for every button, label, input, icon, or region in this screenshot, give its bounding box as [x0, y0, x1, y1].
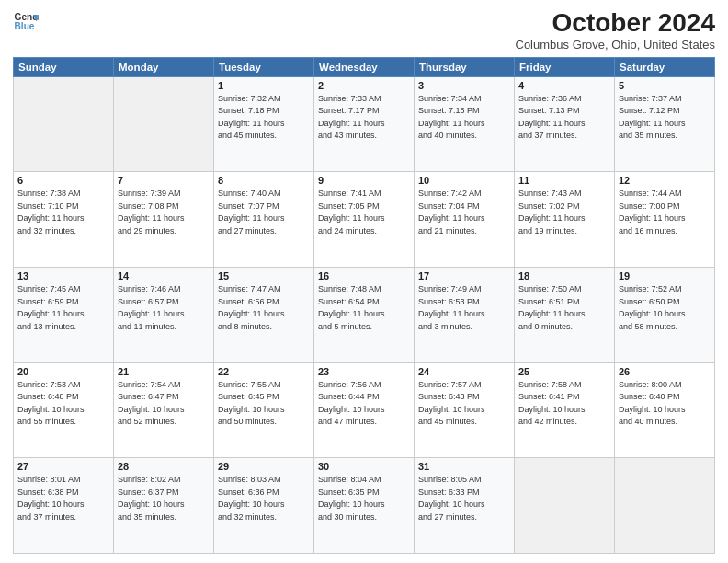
calendar-cell: 25Sunrise: 7:58 AM Sunset: 6:41 PM Dayli…	[515, 362, 615, 458]
calendar-cell: 29Sunrise: 8:03 AM Sunset: 6:36 PM Dayli…	[214, 458, 314, 554]
calendar-week-2: 6Sunrise: 7:38 AM Sunset: 7:10 PM Daylig…	[14, 172, 715, 268]
day-number: 27	[17, 461, 109, 472]
col-sunday: Sunday	[14, 57, 114, 76]
day-info: Sunrise: 8:02 AM Sunset: 6:37 PM Dayligh…	[118, 474, 210, 523]
day-number: 18	[518, 270, 610, 282]
calendar-week-4: 20Sunrise: 7:53 AM Sunset: 6:48 PM Dayli…	[14, 362, 715, 458]
day-info: Sunrise: 7:57 AM Sunset: 6:43 PM Dayligh…	[418, 379, 510, 429]
day-number: 21	[118, 366, 210, 377]
svg-text:Blue: Blue	[15, 21, 35, 31]
day-number: 1	[218, 80, 310, 91]
calendar-cell: 21Sunrise: 7:54 AM Sunset: 6:47 PM Dayli…	[114, 362, 214, 458]
page: General Blue October 2024 Columbus Grove…	[0, 0, 728, 563]
calendar-week-5: 27Sunrise: 8:01 AM Sunset: 6:38 PM Dayli…	[14, 458, 715, 554]
day-number: 15	[218, 270, 310, 282]
day-info: Sunrise: 7:44 AM Sunset: 7:00 PM Dayligh…	[619, 188, 711, 237]
calendar-cell: 10Sunrise: 7:42 AM Sunset: 7:04 PM Dayli…	[415, 172, 515, 268]
calendar-cell: 19Sunrise: 7:52 AM Sunset: 6:50 PM Dayli…	[615, 268, 715, 363]
calendar-cell: 13Sunrise: 7:45 AM Sunset: 6:59 PM Dayli…	[14, 268, 114, 363]
day-number: 13	[17, 270, 109, 282]
day-info: Sunrise: 7:37 AM Sunset: 7:12 PM Dayligh…	[619, 93, 711, 143]
calendar-cell: 17Sunrise: 7:49 AM Sunset: 6:53 PM Dayli…	[415, 268, 515, 363]
day-info: Sunrise: 8:01 AM Sunset: 6:38 PM Dayligh…	[17, 474, 109, 523]
calendar-week-3: 13Sunrise: 7:45 AM Sunset: 6:59 PM Dayli…	[14, 268, 715, 363]
day-info: Sunrise: 7:56 AM Sunset: 6:44 PM Dayligh…	[318, 379, 410, 429]
calendar-cell: 20Sunrise: 7:53 AM Sunset: 6:48 PM Dayli…	[14, 362, 114, 458]
calendar-cell: 11Sunrise: 7:43 AM Sunset: 7:02 PM Dayli…	[515, 172, 615, 268]
day-number: 22	[218, 366, 310, 377]
calendar-cell: 31Sunrise: 8:05 AM Sunset: 6:33 PM Dayli…	[415, 458, 515, 554]
calendar-cell	[114, 76, 214, 172]
calendar-cell: 15Sunrise: 7:47 AM Sunset: 6:56 PM Dayli…	[214, 268, 314, 363]
calendar-cell: 12Sunrise: 7:44 AM Sunset: 7:00 PM Dayli…	[615, 172, 715, 268]
calendar-cell: 18Sunrise: 7:50 AM Sunset: 6:51 PM Dayli…	[515, 268, 615, 363]
calendar-cell: 28Sunrise: 8:02 AM Sunset: 6:37 PM Dayli…	[114, 458, 214, 554]
day-info: Sunrise: 7:58 AM Sunset: 6:41 PM Dayligh…	[518, 379, 610, 429]
day-info: Sunrise: 7:32 AM Sunset: 7:18 PM Dayligh…	[218, 93, 310, 143]
day-number: 2	[318, 80, 410, 91]
logo: General Blue	[13, 9, 39, 35]
title-area: October 2024 Columbus Grove, Ohio, Unite…	[516, 9, 716, 52]
col-wednesday: Wednesday	[314, 57, 415, 76]
subtitle: Columbus Grove, Ohio, United States	[516, 38, 716, 52]
calendar-cell: 8Sunrise: 7:40 AM Sunset: 7:07 PM Daylig…	[214, 172, 314, 268]
day-info: Sunrise: 7:47 AM Sunset: 6:56 PM Dayligh…	[218, 283, 310, 333]
day-info: Sunrise: 8:05 AM Sunset: 6:33 PM Dayligh…	[418, 474, 510, 523]
calendar-cell: 4Sunrise: 7:36 AM Sunset: 7:13 PM Daylig…	[515, 76, 615, 172]
calendar-cell: 27Sunrise: 8:01 AM Sunset: 6:38 PM Dayli…	[14, 458, 114, 554]
col-monday: Monday	[114, 57, 214, 76]
day-number: 26	[619, 366, 711, 377]
day-number: 30	[318, 461, 410, 472]
day-info: Sunrise: 7:50 AM Sunset: 6:51 PM Dayligh…	[518, 283, 610, 333]
calendar-week-1: 1Sunrise: 7:32 AM Sunset: 7:18 PM Daylig…	[14, 76, 715, 172]
calendar-cell: 24Sunrise: 7:57 AM Sunset: 6:43 PM Dayli…	[415, 362, 515, 458]
day-info: Sunrise: 7:53 AM Sunset: 6:48 PM Dayligh…	[17, 379, 109, 429]
day-info: Sunrise: 7:40 AM Sunset: 7:07 PM Dayligh…	[218, 188, 310, 237]
day-info: Sunrise: 7:54 AM Sunset: 6:47 PM Dayligh…	[118, 379, 210, 429]
day-number: 9	[318, 175, 410, 186]
day-number: 31	[418, 461, 510, 472]
calendar-header-row: Sunday Monday Tuesday Wednesday Thursday…	[14, 57, 715, 76]
day-number: 28	[118, 461, 210, 472]
calendar-table: Sunday Monday Tuesday Wednesday Thursday…	[13, 57, 715, 554]
calendar-cell: 6Sunrise: 7:38 AM Sunset: 7:10 PM Daylig…	[14, 172, 114, 268]
day-number: 25	[518, 366, 610, 377]
day-number: 23	[318, 366, 410, 377]
day-number: 4	[518, 80, 610, 91]
day-number: 8	[218, 175, 310, 186]
day-info: Sunrise: 7:36 AM Sunset: 7:13 PM Dayligh…	[518, 93, 610, 143]
day-number: 16	[318, 270, 410, 282]
calendar-cell	[14, 76, 114, 172]
calendar-cell: 1Sunrise: 7:32 AM Sunset: 7:18 PM Daylig…	[214, 76, 314, 172]
calendar-cell: 3Sunrise: 7:34 AM Sunset: 7:15 PM Daylig…	[415, 76, 515, 172]
col-friday: Friday	[515, 57, 615, 76]
day-number: 10	[418, 175, 510, 186]
calendar-cell: 9Sunrise: 7:41 AM Sunset: 7:05 PM Daylig…	[314, 172, 415, 268]
calendar-cell: 7Sunrise: 7:39 AM Sunset: 7:08 PM Daylig…	[114, 172, 214, 268]
col-tuesday: Tuesday	[214, 57, 314, 76]
day-number: 19	[619, 270, 711, 282]
calendar-cell	[615, 458, 715, 554]
day-info: Sunrise: 7:48 AM Sunset: 6:54 PM Dayligh…	[318, 283, 410, 333]
col-thursday: Thursday	[415, 57, 515, 76]
day-info: Sunrise: 7:33 AM Sunset: 7:17 PM Dayligh…	[318, 93, 410, 143]
day-number: 24	[418, 366, 510, 377]
day-number: 17	[418, 270, 510, 282]
day-number: 7	[118, 175, 210, 186]
day-info: Sunrise: 7:46 AM Sunset: 6:57 PM Dayligh…	[118, 283, 210, 333]
calendar-cell: 16Sunrise: 7:48 AM Sunset: 6:54 PM Dayli…	[314, 268, 415, 363]
day-info: Sunrise: 7:43 AM Sunset: 7:02 PM Dayligh…	[518, 188, 610, 237]
logo-icon: General Blue	[13, 9, 39, 35]
day-number: 6	[17, 175, 109, 186]
day-info: Sunrise: 8:04 AM Sunset: 6:35 PM Dayligh…	[318, 474, 410, 523]
day-number: 20	[17, 366, 109, 377]
calendar-cell: 22Sunrise: 7:55 AM Sunset: 6:45 PM Dayli…	[214, 362, 314, 458]
day-info: Sunrise: 8:00 AM Sunset: 6:40 PM Dayligh…	[619, 379, 711, 429]
day-info: Sunrise: 7:45 AM Sunset: 6:59 PM Dayligh…	[17, 283, 109, 333]
day-number: 5	[619, 80, 711, 91]
calendar-cell: 2Sunrise: 7:33 AM Sunset: 7:17 PM Daylig…	[314, 76, 415, 172]
day-number: 11	[518, 175, 610, 186]
calendar-cell: 5Sunrise: 7:37 AM Sunset: 7:12 PM Daylig…	[615, 76, 715, 172]
calendar-cell: 14Sunrise: 7:46 AM Sunset: 6:57 PM Dayli…	[114, 268, 214, 363]
day-info: Sunrise: 7:38 AM Sunset: 7:10 PM Dayligh…	[17, 188, 109, 237]
